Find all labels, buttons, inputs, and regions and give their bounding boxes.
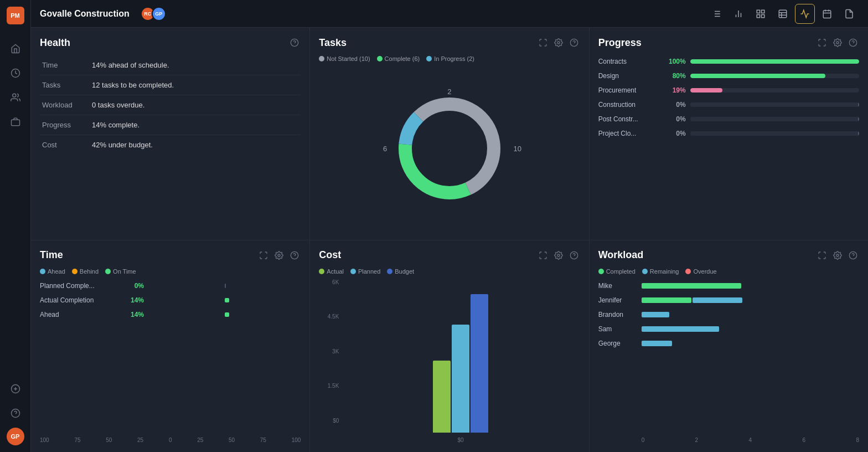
tasks-expand-icon[interactable]	[537, 37, 549, 49]
time-help-icon[interactable]	[288, 249, 301, 261]
tasks-actions	[537, 37, 580, 49]
workload-xaxis-label: 8	[856, 437, 859, 443]
progress-row-pct: 0%	[664, 101, 686, 109]
time-row-pct: 14%	[122, 296, 144, 304]
tasks-settings-icon[interactable]	[552, 37, 565, 49]
sidebar-item-timeline[interactable]	[6, 63, 25, 83]
time-row-label: Actual Completion	[40, 296, 117, 304]
document-button[interactable]	[839, 4, 859, 24]
cost-title: Cost	[319, 249, 341, 261]
progress-header: Progress	[598, 37, 859, 49]
progress-settings-icon[interactable]	[831, 37, 844, 49]
health-row: Progress14% complete.	[40, 115, 301, 135]
time-axis-label: 25	[197, 437, 203, 443]
cost-help-icon[interactable]	[568, 249, 580, 261]
legend-label: Budget	[395, 268, 414, 275]
legend-label: Completed	[606, 268, 636, 275]
legend-dot	[350, 269, 356, 274]
health-actions	[288, 37, 301, 49]
cost-expand-icon[interactable]	[537, 249, 549, 261]
svg-point-41	[278, 254, 280, 256]
legend-dot	[598, 269, 604, 274]
workload-expand-icon[interactable]	[816, 249, 828, 261]
workload-help-icon[interactable]	[847, 249, 859, 261]
time-axis-label: 25	[137, 437, 143, 443]
legend-label: Overdue	[693, 268, 716, 275]
donut-label-right: 10	[514, 145, 521, 153]
time-bar-zero	[225, 284, 226, 288]
health-help-icon[interactable]	[288, 37, 301, 49]
health-header: Health	[40, 37, 301, 49]
progress-help-icon[interactable]	[847, 37, 859, 49]
user-avatar[interactable]: GP	[7, 428, 24, 445]
svg-point-47	[836, 254, 839, 256]
donut-label-left: 6	[383, 145, 387, 153]
workload-legend-item: Remaining	[642, 268, 679, 275]
progress-bar-divider	[858, 102, 859, 107]
workload-row: George	[598, 339, 859, 348]
add-button[interactable]	[6, 379, 25, 399]
progress-bar-track	[690, 74, 859, 78]
time-legend-item: On Time	[105, 268, 136, 275]
list-view-button[interactable]	[706, 4, 726, 24]
time-axis-label: 75	[74, 437, 80, 443]
tasks-header: Tasks	[319, 37, 580, 49]
cost-settings-icon[interactable]	[552, 249, 565, 261]
workload-settings-icon[interactable]	[831, 249, 844, 261]
time-axis-label: 100	[40, 437, 49, 443]
progress-row-label: Procurement	[598, 86, 659, 94]
cost-bar-planned	[452, 325, 469, 433]
legend-label: Not Started (10)	[327, 55, 370, 62]
cost-yaxis-label: 3K	[319, 348, 339, 355]
legend-dot	[105, 269, 111, 274]
workload-rows: Mike Jennifer Brandon Sam George	[598, 281, 859, 358]
health-row-value: 14% ahead of schedule.	[90, 55, 301, 75]
legend-dot	[377, 56, 383, 61]
legend-label: Complete (6)	[385, 55, 420, 62]
sidebar-item-team[interactable]	[6, 88, 25, 107]
health-row: Tasks12 tasks to be completed.	[40, 75, 301, 95]
time-settings-icon[interactable]	[273, 249, 285, 261]
help-icon[interactable]	[6, 403, 25, 423]
workload-bars	[642, 339, 859, 348]
sidebar-item-projects[interactable]	[6, 112, 25, 132]
time-axis: 1007550250255075100	[40, 435, 301, 443]
sidebar-item-home[interactable]	[6, 39, 25, 59]
tasks-help-icon[interactable]	[568, 37, 580, 49]
table-button[interactable]	[773, 4, 793, 24]
page-title: Govalle Construction	[40, 9, 130, 19]
time-header: Time	[40, 249, 301, 261]
workload-row: Brandon	[598, 310, 859, 319]
time-row-label: Planned Comple...	[40, 282, 117, 290]
pulse-button[interactable]	[795, 4, 815, 24]
calendar-button[interactable]	[817, 4, 837, 24]
workload-actions	[816, 249, 859, 261]
time-row-pct: 0%	[122, 282, 144, 290]
svg-rect-19	[762, 14, 764, 17]
project-avatars: RC GP	[141, 7, 166, 21]
svg-point-1	[12, 94, 16, 97]
workload-bars	[642, 281, 859, 290]
workload-row-label: Sam	[598, 325, 637, 333]
time-expand-icon[interactable]	[257, 249, 270, 261]
main-content: Govalle Construction RC GP	[31, 0, 868, 452]
health-row-label: Tasks	[40, 75, 90, 95]
tasks-legend: Not Started (10)Complete (6)In Progress …	[319, 55, 580, 62]
workload-xaxis-label: 0	[642, 437, 645, 443]
legend-dot	[319, 269, 324, 274]
progress-expand-icon[interactable]	[816, 37, 828, 49]
workload-bar-remaining	[693, 297, 742, 303]
workload-panel: Workload CompletedRemainingOverdue Mike …	[590, 240, 868, 453]
legend-dot	[40, 269, 45, 274]
progress-row-pct: 0%	[664, 115, 686, 123]
app-logo[interactable]: PM	[7, 7, 24, 24]
tasks-donut: 2 6 10	[389, 88, 510, 209]
grid-button[interactable]	[751, 4, 771, 24]
legend-label: On Time	[113, 268, 136, 275]
bar-chart-button[interactable]	[728, 4, 748, 24]
workload-bar-completed	[642, 297, 691, 303]
avatar-gp[interactable]: GP	[152, 7, 166, 21]
time-panel: Time AheadBehindOn Time Planned Comple..…	[31, 240, 309, 453]
health-row: Workload0 tasks overdue.	[40, 95, 301, 115]
workload-xaxis-label: 2	[695, 437, 699, 443]
